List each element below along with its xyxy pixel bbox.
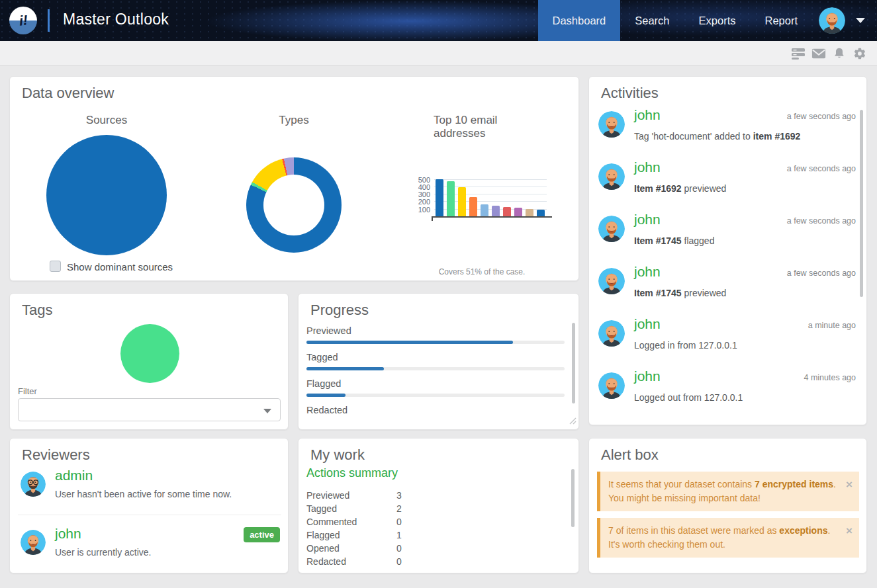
bar: [469, 197, 477, 217]
activity-timestamp: a few seconds ago: [787, 112, 856, 121]
action-count: 0: [396, 517, 402, 527]
action-count: 3: [396, 490, 402, 501]
user-avatar: [598, 372, 625, 399]
action-label: Flagged: [306, 530, 340, 540]
action-count: 0: [396, 543, 402, 554]
filter-label: Filter: [18, 386, 37, 396]
card-title: Reviewers: [22, 446, 90, 464]
activity-user-link[interactable]: john: [634, 368, 661, 384]
progress-track: [306, 367, 565, 370]
y-tick-label: 200: [405, 198, 430, 206]
server-list-icon[interactable]: [791, 47, 806, 60]
types-donut-chart: [246, 157, 342, 253]
resize-handle-icon[interactable]: [569, 415, 577, 427]
activity-user-link[interactable]: john: [634, 264, 661, 280]
progress-row: Flagged: [299, 378, 578, 405]
text: Logged out from 127.0.0.1: [634, 392, 743, 403]
activity-entry: johna few seconds agoItem #1745 flagged: [589, 210, 866, 263]
activity-user-link[interactable]: john: [634, 212, 661, 228]
card-title: Data overview: [22, 85, 114, 102]
action-summary-row: Flagged1: [299, 530, 578, 543]
navbar: i! Master Outlook DashboardSearchExports…: [0, 0, 877, 41]
nav-item-exports[interactable]: Exports: [684, 0, 751, 41]
action-count: 2: [396, 503, 402, 514]
activity-timestamp: a few seconds ago: [787, 216, 856, 226]
show-dominant-sources-checkbox[interactable]: [50, 261, 61, 272]
bar-chart-title: Top 10 email addresses: [434, 114, 530, 140]
filter-select[interactable]: [18, 398, 281, 421]
y-tick-label: 100: [405, 206, 430, 214]
card-progress: Progress PreviewedTaggedFlaggedRedacted: [298, 293, 579, 430]
user-avatar: [598, 216, 625, 242]
logo-glyph: i!: [18, 12, 28, 28]
bold-text: Item #1692: [634, 183, 682, 194]
actions-summary-link[interactable]: Actions summary: [306, 466, 398, 480]
action-label: Previewed: [306, 490, 349, 501]
mail-icon[interactable]: [811, 47, 826, 60]
text: It seems that your dataset contains: [608, 479, 755, 489]
alert-text: It seems that your dataset contains 7 en…: [608, 479, 836, 503]
secondary-toolbar: [0, 41, 877, 66]
alert: It seems that your dataset contains 7 en…: [597, 472, 859, 511]
bars: [436, 176, 547, 217]
text: Logged in from 127.0.0.1: [634, 340, 737, 351]
bold-text: Item #1745: [634, 288, 682, 298]
scrollbar[interactable]: [571, 469, 575, 527]
user-menu[interactable]: [812, 0, 877, 41]
nav-item-dashboard[interactable]: Dashboard: [538, 0, 621, 41]
nav-item-search[interactable]: Search: [620, 0, 684, 41]
reviewer-note: User is currently active.: [55, 547, 151, 558]
card-title: Alert box: [601, 446, 659, 464]
bar: [514, 208, 522, 217]
bar: [458, 187, 466, 217]
bar: [481, 204, 488, 217]
alert-text: 7 of items in this dataset were marked a…: [608, 525, 830, 550]
activity-user-link[interactable]: john: [634, 159, 661, 175]
tag-bubble[interactable]: [120, 324, 179, 383]
app-logo-icon[interactable]: i!: [9, 7, 37, 34]
bar: [492, 206, 500, 217]
activity-user-link[interactable]: john: [634, 107, 661, 123]
action-label: Commented: [306, 517, 357, 527]
activity-user-link[interactable]: john: [634, 316, 661, 332]
bell-icon[interactable]: [832, 47, 847, 60]
action-summary-row: Redacted0: [299, 556, 578, 569]
bar: [447, 181, 455, 217]
y-tick-label: 300: [405, 191, 430, 198]
activity-timestamp: a few seconds ago: [787, 164, 856, 173]
action-summary-row: Tagged2: [299, 503, 578, 517]
reviewer-name-link[interactable]: admin: [55, 468, 93, 483]
card-data-overview: Data overview Sources Types Top 10 email…: [9, 76, 579, 281]
card-title: Progress: [310, 302, 369, 319]
activity-message: Logged in from 127.0.0.1: [634, 340, 737, 351]
text: previewed: [682, 288, 727, 298]
text: flagged: [682, 235, 715, 246]
bold-text: exceptions: [779, 525, 827, 536]
progress-fill: [306, 367, 384, 370]
close-icon[interactable]: ×: [846, 524, 853, 538]
reviewer-name-link[interactable]: john: [55, 526, 81, 542]
nav-item-report[interactable]: Report: [750, 0, 812, 41]
reviewer-row: johnUser is currently active.active: [10, 526, 288, 573]
scrollbar[interactable]: [860, 110, 863, 297]
activity-message: Item #1745 flagged: [634, 235, 714, 246]
user-avatar: [819, 7, 845, 34]
scrollbar[interactable]: [572, 323, 575, 403]
gear-icon[interactable]: [853, 47, 867, 60]
bold-text: 7 encrypted items: [755, 479, 833, 489]
close-icon[interactable]: ×: [846, 478, 853, 491]
activity-entry: johna few seconds agoTag 'hot-document' …: [589, 106, 866, 158]
text: 7 of items in this dataset were marked a…: [608, 525, 779, 536]
bold-text: Item #1745: [634, 235, 682, 246]
activity-message: Tag 'hot-document' added to item #1692: [634, 131, 800, 142]
progress-label: Flagged: [306, 378, 341, 389]
card-title: Tags: [22, 302, 52, 319]
user-avatar: [598, 111, 625, 138]
bar-chart-caption: Covers 51% of the case.: [439, 267, 526, 276]
progress-list: PreviewedTaggedFlaggedRedacted: [299, 323, 578, 419]
user-avatar: [598, 320, 625, 347]
activity-entry: johna minute agoLogged in from 127.0.0.1: [589, 315, 866, 367]
top10-bar-chart: [434, 176, 547, 217]
action-count: 0: [396, 556, 402, 567]
alert: 7 of items in this dataset were marked a…: [597, 518, 859, 558]
